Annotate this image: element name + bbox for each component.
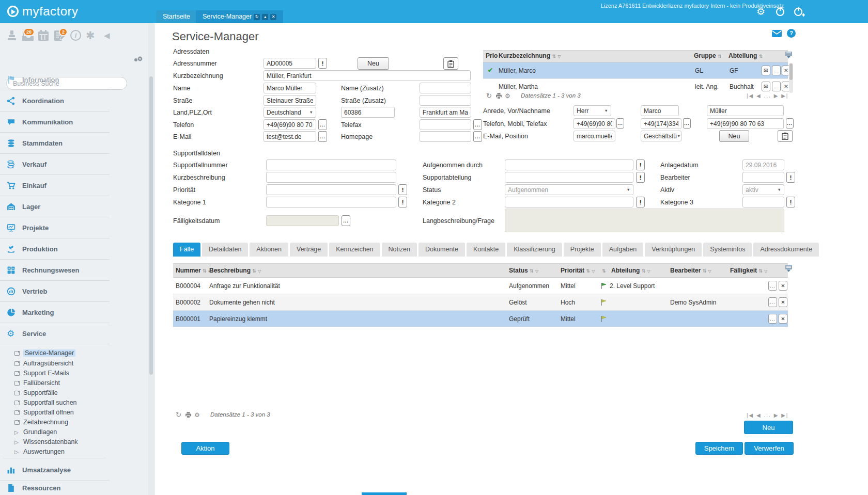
clipboard-button[interactable] — [443, 57, 458, 70]
nachname-field[interactable] — [707, 105, 784, 116]
cases-col-nummer[interactable]: Nummer ⇅ ▾ — [176, 267, 210, 274]
contact-more-button[interactable]: ... — [772, 66, 781, 75]
sidebar-item-service-manager[interactable]: Service-Manager — [14, 348, 75, 358]
aufgenommen-durch-lookup-button[interactable]: ! — [636, 159, 645, 170]
refresh-icon[interactable]: ↻ — [486, 92, 492, 100]
contacts-col-kurzbezeichnung[interactable]: Kurzbezeichnung ⇅ ▽ — [499, 52, 561, 59]
print-icon[interactable] — [495, 92, 502, 101]
sidebar-item-ressourcen[interactable]: Ressourcen — [0, 481, 110, 495]
pager-last-icon[interactable]: ▶| — [781, 412, 788, 418]
kategorie1-field[interactable] — [266, 197, 396, 207]
cases-col-status[interactable]: Status ⇅ ▽ — [509, 267, 538, 274]
homepage-more-button[interactable]: ... — [473, 131, 482, 142]
pager-next-icon[interactable]: ▶ — [774, 93, 779, 99]
filter-icon[interactable]: ▽ — [258, 269, 261, 274]
vorname-field[interactable] — [641, 105, 679, 116]
sidebar-item-rechnungswesen[interactable]: Rechnungswesen — [0, 260, 110, 281]
sidebar-item-zeitabrechnung[interactable]: Zeitabrechnung — [14, 417, 68, 427]
kontakt-neu-button[interactable]: Neu — [719, 130, 749, 142]
kontakt-telefon-field[interactable] — [574, 118, 615, 129]
land-select[interactable]: Deutschland▼ — [264, 107, 316, 118]
tab-kontakte[interactable]: Kontakte — [467, 243, 505, 257]
pager-first-icon[interactable]: |◀ — [747, 93, 754, 99]
kontakt-telefax-more-button[interactable]: ... — [786, 118, 794, 129]
tab-systeminfos[interactable]: Systeminfos — [703, 243, 752, 257]
sidebar-item-einkauf[interactable]: Einkauf — [0, 175, 110, 196]
status-select[interactable]: Aufgenommen▼ — [505, 184, 633, 195]
sort-icon[interactable]: ⇅ — [759, 54, 763, 59]
contacts-col-gruppe[interactable]: Gruppe ⇅ — [694, 52, 722, 59]
search-settings-icon[interactable] — [134, 56, 143, 65]
pager-dots[interactable]: ... — [764, 93, 771, 99]
homepage-field[interactable] — [420, 131, 471, 142]
tab-projekte[interactable]: Projekte — [564, 243, 601, 257]
case-more-button[interactable]: ... — [768, 297, 777, 307]
prioritaet-lookup-button[interactable]: ! — [398, 184, 407, 195]
faelligkeitsdatum-field[interactable] — [266, 215, 339, 226]
pager-prev-icon[interactable]: ◀ — [756, 412, 762, 418]
tab-notizen[interactable]: Notizen — [382, 243, 417, 257]
email-more-button[interactable]: ... — [318, 131, 327, 142]
aufgenommen-durch-field[interactable] — [505, 159, 633, 170]
aktion-button[interactable]: Aktion — [181, 442, 229, 455]
sidebar-item-marketing[interactable]: Marketing — [0, 302, 110, 323]
cases-pagination[interactable]: |◀ ◀ ... ▶ ▶| — [747, 412, 788, 418]
sidebar-item-information[interactable]: Information — [0, 69, 110, 90]
bearbeiter-field[interactable] — [742, 172, 784, 183]
supportfallnummer-field[interactable] — [266, 159, 396, 170]
cases-col-beschreibung[interactable]: Beschreibung ⇅ ▽ — [209, 267, 261, 274]
telefax-field[interactable] — [420, 119, 471, 130]
tab-startseite[interactable]: Startseite — [156, 10, 197, 23]
pager-first-icon[interactable]: |◀ — [747, 412, 754, 418]
table-export-icon[interactable] — [785, 52, 792, 58]
tab-aufgaben[interactable]: Aufgaben — [602, 243, 644, 257]
tab-service-manager[interactable]: Service-Manager ↻ ▴ ✕ — [196, 10, 283, 23]
sidebar-item-projekte[interactable]: Projekte — [0, 217, 110, 238]
sidebar-item-lager[interactable]: Lager — [0, 196, 110, 217]
contacts-col-prio[interactable]: Prio — [486, 52, 498, 59]
cases-col-prioritaet[interactable]: Priorität ⇅ ▽ — [561, 267, 595, 274]
sidebar-item-grundlagen[interactable]: ▷Grundlagen — [14, 427, 57, 437]
strasse-field[interactable] — [264, 95, 316, 106]
favorites-icon[interactable]: ✱ — [86, 29, 95, 42]
case-more-button[interactable]: ... — [768, 281, 777, 291]
tab-klassifizierung[interactable]: Klassifizierung — [507, 243, 562, 257]
sort-icon[interactable]: ⇅ — [602, 268, 606, 274]
speichern-button[interactable]: Speichern — [695, 442, 743, 455]
sort-icon[interactable]: ⇅ — [758, 268, 763, 274]
contacts-pagination[interactable]: |◀ ◀ ... ▶ ▶| — [747, 93, 788, 99]
sidebar-item-koordination[interactable]: Koordination — [0, 90, 110, 111]
tab-dokumente[interactable]: Dokumente — [419, 243, 465, 257]
stamp-icon[interactable] — [7, 30, 17, 43]
sidebar-item-auftragsuebersicht[interactable]: Auftragsübersicht — [14, 358, 73, 369]
sort-icon[interactable]: ⇅ — [586, 268, 590, 274]
kategorie2-lookup-button[interactable]: ! — [636, 197, 645, 207]
filter-icon[interactable]: ▽ — [647, 269, 650, 274]
telefon-more-button[interactable]: ... — [318, 119, 327, 130]
sort-icon[interactable]: ⇅ — [703, 268, 707, 274]
bearbeiter-lookup-button[interactable]: ! — [786, 172, 795, 183]
cases-col-bearbeiter[interactable]: Bearbeiter ⇅ ▽ — [670, 267, 711, 274]
name-field[interactable] — [264, 83, 316, 93]
grid-settings-icon[interactable]: ⚙ — [194, 411, 200, 419]
case-delete-button[interactable]: ✕ — [779, 281, 787, 291]
supportabteilung-field[interactable] — [505, 172, 633, 183]
neu-button[interactable]: Neu — [744, 421, 793, 434]
kategorie1-lookup-button[interactable]: ! — [398, 197, 407, 207]
tab-minimize-icon[interactable]: ▴ — [262, 14, 268, 20]
aktiv-select[interactable]: aktiv▼ — [742, 184, 784, 195]
tab-adressdokumente[interactable]: Adressdokumente — [753, 243, 819, 257]
sidebar-item-falluebersicht[interactable]: Fallübersicht — [14, 378, 60, 388]
cases-col-abteilung[interactable]: Abteilung ⇅ ▽ — [611, 267, 650, 274]
filter-icon[interactable]: ▽ — [592, 269, 595, 274]
collapse-panel-icon[interactable]: ◀ — [104, 31, 110, 40]
faelligkeitsdatum-more-button[interactable]: ... — [342, 215, 350, 226]
mail-icon[interactable] — [772, 30, 782, 39]
pager-dots[interactable]: ... — [764, 412, 771, 418]
telefax-more-button[interactable]: ... — [473, 119, 482, 130]
langbeschreibung-field[interactable] — [505, 209, 784, 232]
sort-icon[interactable]: ⇅ — [252, 268, 256, 274]
kontakt-clipboard-button[interactable] — [778, 130, 793, 142]
help-icon[interactable]: ? — [787, 29, 796, 38]
case-more-button[interactable]: ... — [768, 314, 777, 324]
